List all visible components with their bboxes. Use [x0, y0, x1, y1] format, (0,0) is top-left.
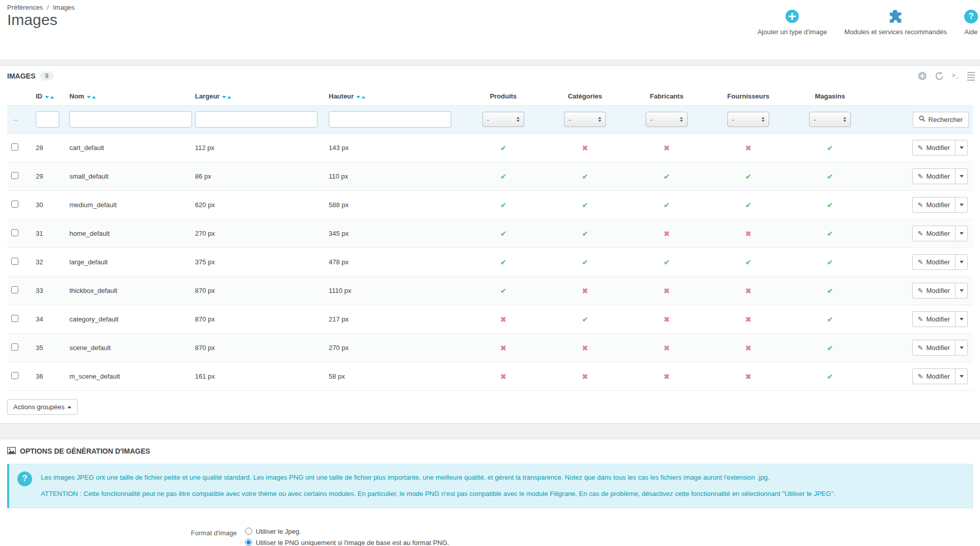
modify-dropdown-toggle[interactable] [955, 255, 967, 269]
modify-button[interactable]: ✎Modifier [912, 226, 968, 241]
column-header-actions [871, 86, 973, 106]
modules-services-button[interactable]: Modules et services recommandés [844, 7, 947, 36]
flag-cell: ✔ [462, 248, 544, 277]
modify-dropdown-toggle[interactable] [955, 169, 967, 184]
add-image-type-button[interactable]: Ajouter un type d'image [757, 7, 827, 36]
caret-down-icon [960, 204, 964, 206]
terminal-icon[interactable]: >_ [952, 72, 959, 80]
flag-cell: ✔ [544, 162, 626, 191]
check-icon: ✔ [827, 258, 833, 266]
modify-button[interactable]: ✎Modifier [912, 283, 968, 299]
flag-cell: ✔ [462, 191, 544, 219]
column-header-height[interactable]: Hauteur [325, 86, 462, 106]
cross-icon: ✖ [500, 344, 506, 352]
filter-width-input[interactable] [195, 111, 317, 128]
column-header-name[interactable]: Nom [65, 86, 191, 106]
modify-button[interactable]: ✎Modifier [912, 311, 968, 327]
modify-button[interactable]: ✎Modifier [912, 254, 968, 270]
modify-dropdown-toggle[interactable] [955, 312, 967, 327]
cross-icon: ✖ [664, 344, 670, 352]
column-header-width[interactable]: Largeur [191, 86, 325, 106]
modify-dropdown-toggle[interactable] [955, 140, 967, 155]
row-checkbox[interactable] [11, 143, 18, 151]
caret-down-icon [960, 289, 964, 292]
row-checkbox[interactable] [11, 315, 18, 322]
filter-height-input[interactable] [329, 111, 451, 128]
cross-icon: ✖ [582, 373, 588, 381]
row-width: 870 px [191, 305, 325, 334]
modify-dropdown-toggle[interactable] [955, 197, 967, 212]
filter-select-manufacturers[interactable]: - [646, 112, 688, 127]
check-icon: ✔ [500, 201, 506, 209]
row-checkbox[interactable] [11, 286, 18, 293]
images-table: ID Nom Largeur Hauteur Produits Catégori… [7, 86, 973, 391]
flag-cell: ✖ [707, 362, 789, 391]
row-name: thickbox_default [65, 277, 191, 305]
pencil-icon: ✎ [918, 258, 923, 266]
check-icon: ✔ [582, 258, 588, 266]
panel-add-icon[interactable] [918, 71, 927, 81]
format-radio-png-if-base[interactable] [245, 539, 252, 546]
sort-icons[interactable] [222, 96, 231, 98]
modify-button[interactable]: ✎Modifier [912, 340, 968, 356]
modify-dropdown-toggle[interactable] [955, 283, 967, 298]
row-id: 31 [32, 219, 65, 248]
column-header-id[interactable]: ID [32, 86, 65, 106]
format-option-jpeg[interactable]: Utiliser le Jpeg. [245, 528, 449, 535]
select-arrows-icon [843, 117, 846, 122]
filter-select-suppliers[interactable]: - [727, 112, 769, 127]
row-checkbox[interactable] [11, 343, 18, 351]
filter-select-categories[interactable]: - [564, 112, 606, 127]
sort-icons[interactable] [356, 96, 365, 98]
modify-dropdown-toggle[interactable] [955, 226, 967, 241]
modify-button[interactable]: ✎Modifier [912, 197, 968, 213]
sort-icons[interactable] [45, 96, 54, 98]
row-checkbox[interactable] [11, 229, 18, 236]
format-radio-jpeg[interactable] [245, 528, 252, 535]
modify-button[interactable]: ✎Modifier [912, 368, 968, 384]
row-checkbox[interactable] [11, 201, 18, 208]
caret-down-icon [960, 261, 964, 263]
modify-dropdown-toggle[interactable] [955, 369, 967, 384]
pencil-icon: ✎ [918, 144, 923, 152]
flag-cell: ✖ [544, 134, 626, 162]
row-checkbox[interactable] [11, 372, 18, 379]
modify-button[interactable]: ✎Modifier [912, 168, 968, 184]
info-alert: ? Les images JPEG ont une taille de fich… [7, 464, 973, 508]
bulk-actions-button[interactable]: Actions groupées [7, 399, 78, 415]
format-option-png-if-base[interactable]: Utiliser le PNG uniquement si l'image de… [245, 539, 449, 546]
flag-cell: ✖ [707, 277, 789, 305]
check-icon: ✔ [827, 344, 833, 352]
options-panel-title: OPTIONS DE GÉNÉRATION D'IMAGES [20, 447, 150, 455]
table-row: 31 home_default 270 px 345 px ✔ ✔ ✖ ✖ ✔ … [7, 219, 973, 248]
filter-name-input[interactable] [69, 111, 192, 128]
row-width: 375 px [191, 248, 325, 277]
check-icon: ✔ [827, 315, 833, 324]
table-row: 28 cart_default 112 px 143 px ✔ ✖ ✖ ✖ ✔ … [7, 134, 973, 162]
refresh-icon[interactable] [935, 72, 944, 81]
export-list-icon[interactable] [967, 72, 975, 81]
row-name: category_default [65, 305, 191, 334]
filter-select-stores[interactable]: - [809, 112, 851, 127]
sort-icons[interactable] [87, 96, 96, 98]
search-button[interactable]: Rechercher [913, 112, 969, 128]
caret-down-icon [960, 375, 964, 378]
row-checkbox[interactable] [11, 172, 18, 179]
row-id: 34 [32, 305, 65, 334]
breadcrumb-section[interactable]: Préférences [7, 4, 43, 11]
filter-id-input[interactable] [36, 111, 59, 128]
caret-up-icon [67, 406, 71, 408]
row-height: 58 px [325, 362, 462, 391]
row-width: 620 px [191, 191, 325, 219]
table-row: 32 large_default 375 px 478 px ✔ ✔ ✔ ✔ ✔… [7, 248, 973, 277]
image-format-label: Format d'image [0, 528, 245, 537]
row-height: 478 px [325, 248, 462, 277]
modify-button[interactable]: ✎Modifier [912, 140, 968, 156]
filter-select-products[interactable]: - [482, 112, 524, 127]
modify-dropdown-toggle[interactable] [955, 340, 967, 355]
row-checkbox[interactable] [11, 258, 18, 265]
help-button[interactable]: ? Aide [964, 7, 978, 36]
flag-cell: ✔ [789, 248, 871, 277]
cross-icon: ✖ [745, 287, 751, 295]
flag-cell: ✖ [544, 362, 626, 391]
